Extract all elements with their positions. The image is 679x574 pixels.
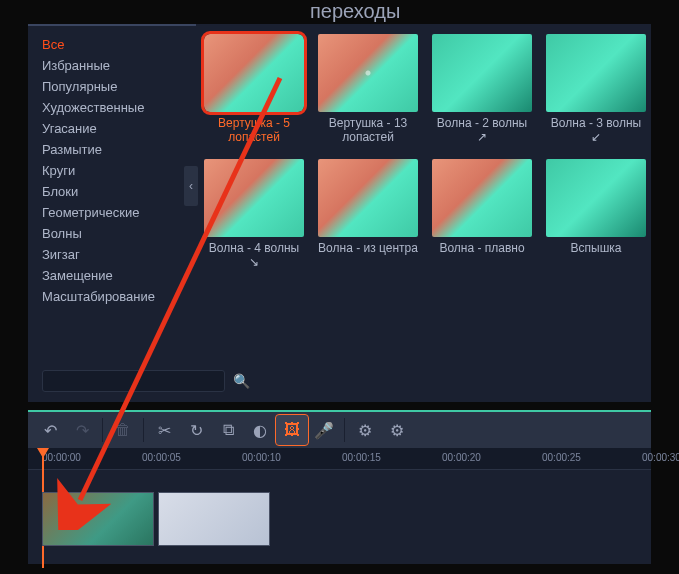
sidebar-item[interactable]: Все bbox=[28, 34, 196, 55]
ruler-tick: 00:00:25 bbox=[542, 452, 581, 463]
sidebar-item[interactable]: Замещение bbox=[28, 265, 196, 286]
sidebar-item[interactable]: Избранные bbox=[28, 55, 196, 76]
settings-button[interactable]: ⚙ bbox=[349, 415, 381, 445]
transition-thumbnail[interactable] bbox=[546, 159, 646, 237]
ruler-tick: 00:00:10 bbox=[242, 452, 281, 463]
sidebar-collapse-button[interactable]: ‹ bbox=[184, 166, 198, 206]
toolbar: ↶ ↷ 🗑 ✂ ↻ ⧉ ◐ 🖼 🎤 ⚙ ⚙ bbox=[28, 410, 651, 448]
separator bbox=[344, 418, 345, 442]
ruler-tick: 00:00:05 bbox=[142, 452, 181, 463]
sidebar-item[interactable]: Масштабирование bbox=[28, 286, 196, 307]
video-track[interactable] bbox=[42, 492, 270, 546]
sidebar-item[interactable]: Блоки bbox=[28, 181, 196, 202]
undo-button[interactable]: ↶ bbox=[34, 415, 66, 445]
ruler-tick: 00:00:00 bbox=[42, 452, 81, 463]
adjust-button[interactable]: ⚙ bbox=[381, 415, 413, 445]
transition-label: Волна - плавно bbox=[432, 241, 532, 255]
time-ruler[interactable]: 00:00:0000:00:0500:00:1000:00:1500:00:20… bbox=[28, 448, 651, 470]
contrast-button[interactable]: ◐ bbox=[244, 415, 276, 445]
crop-button[interactable]: ⧉ bbox=[212, 415, 244, 445]
transition-item[interactable]: Вертушка - 13 лопастей bbox=[318, 34, 418, 145]
sidebar-item[interactable]: Популярные bbox=[28, 76, 196, 97]
transition-item[interactable]: Волна - из центра bbox=[318, 159, 418, 270]
transition-item[interactable]: Волна - плавно bbox=[432, 159, 532, 270]
transition-label: Волна - 3 волны ↙ bbox=[546, 116, 646, 145]
transition-item[interactable]: Волна - 4 волны ↘ bbox=[204, 159, 304, 270]
transition-thumbnail[interactable] bbox=[318, 159, 418, 237]
sidebar-item[interactable]: Геометрические bbox=[28, 202, 196, 223]
mic-button[interactable]: 🎤 bbox=[308, 415, 340, 445]
transition-item[interactable]: Волна - 2 волны ↗ bbox=[432, 34, 532, 145]
sidebar-item[interactable]: Угасание bbox=[28, 118, 196, 139]
main-panel: ВсеИзбранныеПопулярныеХудожественныеУгас… bbox=[28, 24, 651, 402]
separator bbox=[102, 418, 103, 442]
timeline[interactable]: 00:00:0000:00:0500:00:1000:00:1500:00:20… bbox=[28, 448, 651, 564]
rotate-button[interactable]: ↻ bbox=[180, 415, 212, 445]
sidebar-item[interactable]: Размытие bbox=[28, 139, 196, 160]
transition-item[interactable]: Вспышка bbox=[546, 159, 646, 270]
transitions-gallery: Вертушка - 5 лопастейВертушка - 13 лопас… bbox=[196, 24, 651, 402]
transition-thumbnail[interactable] bbox=[318, 34, 418, 112]
search-icon[interactable]: 🔍 bbox=[233, 373, 250, 389]
transition-thumbnail[interactable] bbox=[432, 34, 532, 112]
transition-thumbnail[interactable] bbox=[432, 159, 532, 237]
category-sidebar: ВсеИзбранныеПопулярныеХудожественныеУгас… bbox=[28, 24, 196, 402]
search-row: 🔍 bbox=[42, 370, 182, 392]
transition-label: Волна - 2 волны ↗ bbox=[432, 116, 532, 145]
ruler-tick: 00:00:20 bbox=[442, 452, 481, 463]
delete-button[interactable]: 🗑 bbox=[107, 415, 139, 445]
cut-button[interactable]: ✂ bbox=[148, 415, 180, 445]
transition-label: Вспышка bbox=[546, 241, 646, 255]
image-button[interactable]: 🖼 bbox=[276, 415, 308, 445]
sidebar-item[interactable]: Волны bbox=[28, 223, 196, 244]
sidebar-item[interactable]: Художественные bbox=[28, 97, 196, 118]
separator bbox=[143, 418, 144, 442]
transition-item[interactable]: Волна - 3 волны ↙ bbox=[546, 34, 646, 145]
search-input[interactable] bbox=[42, 370, 225, 392]
ruler-tick: 00:00:30 bbox=[642, 452, 679, 463]
transition-thumbnail[interactable] bbox=[546, 34, 646, 112]
transition-item[interactable]: Вертушка - 5 лопастей bbox=[204, 34, 304, 145]
transition-label: Вертушка - 13 лопастей bbox=[318, 116, 418, 145]
timeline-clip[interactable] bbox=[158, 492, 270, 546]
transition-thumbnail[interactable] bbox=[204, 159, 304, 237]
transition-label: Волна - 4 волны ↘ bbox=[204, 241, 304, 270]
sidebar-item[interactable]: Зигзаг bbox=[28, 244, 196, 265]
redo-button[interactable]: ↷ bbox=[66, 415, 98, 445]
sidebar-item[interactable]: Круги bbox=[28, 160, 196, 181]
timeline-clip[interactable] bbox=[42, 492, 154, 546]
transition-thumbnail[interactable] bbox=[204, 34, 304, 112]
ruler-tick: 00:00:15 bbox=[342, 452, 381, 463]
page-title: переходы bbox=[310, 0, 400, 23]
transition-label: Вертушка - 5 лопастей bbox=[204, 116, 304, 145]
transition-label: Волна - из центра bbox=[318, 241, 418, 255]
